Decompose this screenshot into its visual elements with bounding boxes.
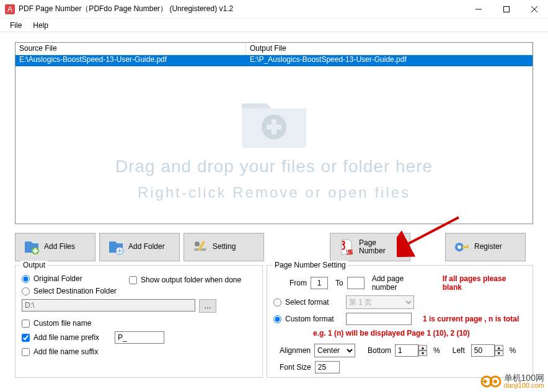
svg-rect-8: [267, 124, 281, 129]
svg-text:1 -: 1 -: [345, 246, 354, 255]
hint-custom: 1 is current page , n is total: [423, 315, 519, 323]
title-bar: A PDF Page Number（PDFdo Page Number） (Un…: [0, 0, 548, 19]
prefix-input[interactable]: [115, 331, 164, 344]
watermark-logo-icon: [480, 375, 502, 388]
watermark-url: danji100.com: [504, 382, 544, 390]
show-output-label: Show output folder when done: [141, 276, 241, 284]
original-folder-radio[interactable]: [22, 275, 30, 283]
cell-output: E:\P_Auslogics-BoostSpeed-13-User-Guide.…: [246, 55, 533, 66]
select-destination-radio[interactable]: [22, 287, 30, 295]
window-title: PDF Page Number（PDFdo Page Number） (Unre…: [19, 4, 464, 14]
page-number-button[interactable]: 1 - Page Number: [330, 233, 410, 261]
setting-label: Setting: [213, 243, 236, 251]
add-folder-label: Add Folder: [128, 243, 165, 251]
setting-button[interactable]: Setting: [183, 233, 264, 261]
watermark-cn: 单机100网: [504, 373, 544, 383]
register-label: Register: [474, 243, 502, 251]
destination-path-input: [22, 299, 195, 311]
svg-point-21: [457, 245, 461, 249]
example-text: e.g. 1 (n) will be displayed Page 1 (10)…: [313, 329, 526, 338]
add-prefix-label: Add file name prefix: [33, 333, 111, 342]
setting-icon: [192, 238, 209, 256]
svg-point-17: [195, 242, 200, 246]
svg-rect-11: [33, 250, 38, 252]
drop-line1: Drag and drop your files or folder here: [115, 157, 433, 176]
col-source-file[interactable]: Source File: [15, 43, 246, 54]
drop-hint: Drag and drop your files or folder here …: [15, 68, 533, 224]
add-folder-button[interactable]: Add Folder: [99, 233, 180, 261]
to-label: To: [335, 279, 343, 287]
page-number-icon: 1 -: [338, 238, 355, 256]
select-destination-label: Select Destination Folder: [33, 287, 117, 295]
toolbar: Add Files Add Folder Setting 1 - Page Nu…: [0, 229, 548, 263]
page-number-setting-group: Page Number Setting From To Add page num…: [267, 265, 533, 378]
bottom-input[interactable]: [395, 344, 418, 357]
add-folder-icon: [107, 238, 125, 256]
add-prefix-checkbox[interactable]: [22, 334, 30, 342]
from-label: From: [289, 279, 307, 287]
page-number-label: Page Number: [359, 239, 386, 255]
add-files-button[interactable]: Add Files: [15, 233, 95, 261]
menu-help[interactable]: Help: [28, 20, 53, 31]
custom-format-label: Custom format: [285, 315, 342, 323]
svg-rect-7: [272, 120, 276, 134]
original-folder-label: Original Folder: [33, 274, 82, 283]
svg-rect-29: [483, 381, 487, 382]
svg-text:A: A: [7, 5, 12, 14]
bottom-up[interactable]: ▲: [418, 345, 427, 351]
select-format-dropdown[interactable]: 第 1 页: [346, 295, 414, 309]
select-format-radio[interactable]: [273, 298, 281, 307]
show-output-checkbox[interactable]: [129, 276, 137, 284]
custom-format-radio[interactable]: [273, 315, 281, 323]
svg-point-27: [493, 380, 497, 383]
app-icon: A: [5, 4, 15, 14]
maximize-button[interactable]: [492, 0, 520, 19]
font-size-label: Font Size: [280, 363, 311, 372]
svg-point-6: [262, 115, 286, 139]
svg-rect-23: [467, 245, 468, 247]
add-suffix-checkbox[interactable]: [22, 348, 30, 356]
font-size-input[interactable]: [315, 361, 340, 373]
bottom-label: Bottom: [368, 346, 391, 355]
drop-line2: Right-click Remove or open files: [138, 184, 410, 201]
add-files-label: Add Files: [44, 243, 75, 251]
svg-rect-3: [503, 6, 509, 12]
close-button[interactable]: [520, 0, 548, 19]
output-group: Output Original Folder Select Destinatio…: [15, 265, 263, 378]
output-legend: Output: [20, 261, 48, 269]
custom-filename-checkbox[interactable]: [22, 320, 30, 328]
minimize-button[interactable]: [464, 0, 492, 19]
add-pn-label: Add page number: [372, 274, 430, 292]
folder-plus-icon: [237, 90, 311, 152]
alignment-select[interactable]: Center: [314, 344, 355, 357]
select-format-label: Select format: [285, 298, 342, 307]
table-row[interactable]: E:\Auslogics-BoostSpeed-13-User-Guide.pd…: [15, 55, 533, 66]
hint-blank: If all pages please blank: [443, 274, 526, 292]
from-input[interactable]: [311, 277, 328, 289]
file-list-header: Source File Output File: [15, 43, 533, 55]
left-label: Left: [453, 346, 465, 355]
custom-format-input[interactable]: [346, 313, 412, 325]
add-files-icon: [23, 238, 40, 256]
cell-source: E:\Auslogics-BoostSpeed-13-User-Guide.pd…: [15, 55, 246, 66]
percent2: %: [510, 346, 516, 355]
to-input[interactable]: [347, 277, 365, 289]
left-input[interactable]: [471, 344, 495, 357]
left-up[interactable]: ▲: [495, 345, 503, 351]
col-output-file[interactable]: Output File: [246, 43, 533, 54]
pn-legend: Page Number Setting: [272, 261, 348, 269]
browse-button[interactable]: …: [199, 299, 216, 313]
alignment-label: Alignmen: [280, 346, 311, 355]
register-icon: [453, 238, 471, 256]
percent1: %: [433, 346, 440, 355]
register-button[interactable]: Register: [445, 233, 526, 261]
add-suffix-label: Add file name suffix: [33, 347, 111, 356]
bottom-down[interactable]: ▼: [418, 351, 427, 356]
watermark: 单机100网 danji100.com: [480, 373, 544, 390]
custom-filename-label: Custom file name: [33, 319, 111, 328]
menu-file[interactable]: File: [5, 20, 27, 31]
file-list[interactable]: Source File Output File E:\Auslogics-Boo…: [15, 42, 533, 224]
left-down[interactable]: ▼: [495, 351, 503, 356]
menu-bar: File Help: [0, 19, 548, 32]
